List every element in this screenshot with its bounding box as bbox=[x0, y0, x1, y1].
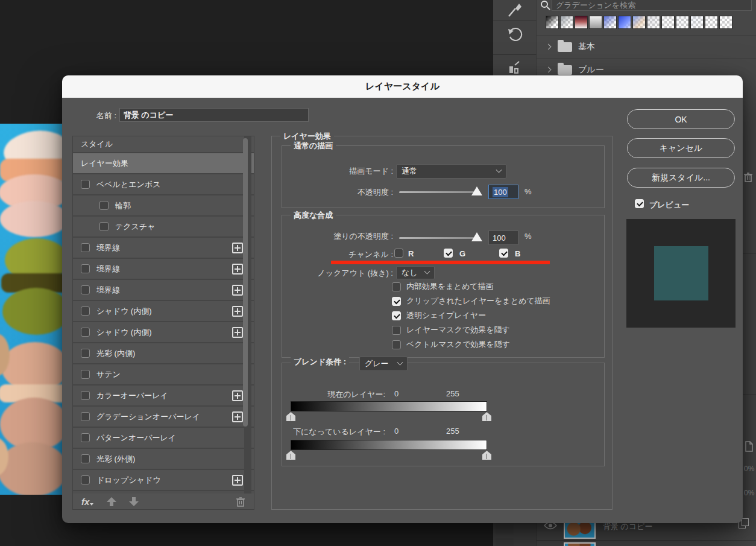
style-checkbox[interactable] bbox=[99, 201, 109, 210]
panel-button[interactable] bbox=[496, 538, 514, 546]
style-row-layer-effects[interactable]: レイヤー効果 bbox=[73, 153, 254, 174]
blend-if-channel-dropdown[interactable]: グレー bbox=[359, 357, 408, 371]
gradient-swatch-faint-4[interactable] bbox=[690, 16, 704, 29]
gradient-swatch-faint-5[interactable] bbox=[705, 16, 718, 29]
style-row-bevel-emboss[interactable]: ベベルとエンボス bbox=[73, 174, 254, 195]
style-row-drop-shadow[interactable]: ドロップシャドウ bbox=[73, 470, 254, 491]
style-checkbox[interactable] bbox=[81, 412, 90, 421]
gradient-swatch-faint-3[interactable] bbox=[676, 16, 689, 29]
style-checkbox[interactable] bbox=[81, 264, 90, 273]
trash-icon[interactable] bbox=[743, 172, 753, 182]
gradient-swatch-deep-blue[interactable] bbox=[618, 16, 631, 29]
option-vector-mask-hides[interactable]: ベクトルマスクで効果を隠す bbox=[392, 339, 510, 350]
gradient-folder-basic[interactable]: 基本 bbox=[537, 36, 756, 58]
styles-scrollbar[interactable] bbox=[244, 136, 251, 494]
delete-effect-button[interactable] bbox=[236, 497, 245, 507]
option-checkbox[interactable] bbox=[392, 340, 401, 349]
gradient-swatch-faint-2[interactable] bbox=[661, 16, 675, 29]
gradient-swatch-black-to-transparent[interactable] bbox=[546, 16, 559, 29]
export-panel-button[interactable] bbox=[493, 60, 537, 75]
opacity-input[interactable]: 100 bbox=[488, 185, 518, 199]
add-instance-button[interactable] bbox=[232, 390, 243, 401]
style-row-inner-shadow[interactable]: シャドウ (内側) bbox=[73, 322, 254, 343]
underlying-layer-highlight-slider[interactable] bbox=[482, 451, 491, 460]
style-row-outer-glow[interactable]: 光彩 (外側) bbox=[73, 449, 254, 470]
add-instance-button[interactable] bbox=[232, 475, 243, 486]
style-row-inner-shadow[interactable]: シャドウ (内側) bbox=[73, 301, 254, 322]
option-blend-clipped[interactable]: クリップされたレイヤーをまとめて描画 bbox=[392, 296, 550, 306]
style-checkbox[interactable] bbox=[81, 243, 90, 252]
style-row-satin[interactable]: サテン bbox=[73, 364, 254, 386]
styles-scrollbar-thumb[interactable] bbox=[243, 138, 248, 427]
style-row-gradient-overlay[interactable]: グラデーションオーバーレイ bbox=[73, 407, 254, 428]
gradient-swatch-gray-to-transparent[interactable] bbox=[560, 16, 573, 29]
knockout-dropdown[interactable]: なし bbox=[396, 266, 435, 279]
move-up-button[interactable] bbox=[107, 497, 116, 506]
style-row-inner-glow[interactable]: 光彩 (内側) bbox=[73, 343, 254, 364]
this-layer-highlight-slider[interactable] bbox=[482, 412, 491, 421]
history-panel-button[interactable] bbox=[493, 27, 537, 43]
add-instance-button[interactable] bbox=[232, 306, 243, 317]
add-instance-button[interactable] bbox=[232, 327, 243, 338]
fill-opacity-input[interactable]: 100 bbox=[488, 230, 518, 245]
gradient-swatch-faint-1[interactable] bbox=[647, 16, 660, 29]
fx-icon[interactable]: fx bbox=[81, 497, 89, 507]
option-checkbox[interactable] bbox=[392, 282, 401, 291]
style-checkbox[interactable] bbox=[81, 180, 90, 189]
style-row-stroke[interactable]: 境界線 bbox=[73, 238, 254, 259]
dialog-titlebar[interactable]: レイヤースタイル bbox=[62, 75, 743, 98]
channel-r-checkbox[interactable] bbox=[394, 249, 403, 258]
blend-mode-dropdown[interactable]: 通常 bbox=[396, 164, 506, 179]
gradient-swatch-white-to-gray[interactable] bbox=[589, 16, 602, 29]
this-layer-shadow-slider[interactable] bbox=[286, 412, 295, 421]
gradient-swatch-blue-to-transparent[interactable] bbox=[603, 16, 617, 29]
preview-area bbox=[626, 219, 736, 328]
cancel-button[interactable]: キャンセル bbox=[627, 138, 735, 158]
add-instance-button[interactable] bbox=[232, 411, 243, 422]
opacity-slider[interactable] bbox=[399, 191, 476, 193]
style-row-contour[interactable]: 輪郭 bbox=[73, 195, 254, 217]
style-checkbox[interactable] bbox=[81, 285, 90, 294]
gradient-search-input[interactable] bbox=[552, 0, 752, 11]
new-layer-icon[interactable] bbox=[743, 441, 754, 452]
style-checkbox[interactable] bbox=[81, 349, 90, 358]
preview-checkbox[interactable] bbox=[635, 199, 644, 208]
style-row-stroke[interactable]: 境界線 bbox=[73, 280, 254, 301]
option-layer-mask-hides[interactable]: レイヤーマスクで効果を隠す bbox=[392, 325, 510, 335]
styles-list-header[interactable]: スタイル bbox=[73, 136, 254, 153]
layer-thumbnail[interactable] bbox=[564, 542, 596, 546]
style-row-pattern-overlay[interactable]: パターンオーバーレイ bbox=[73, 428, 254, 449]
ok-button[interactable]: OK bbox=[627, 109, 735, 129]
add-instance-button[interactable] bbox=[232, 264, 243, 275]
fill-opacity-slider[interactable] bbox=[399, 237, 476, 239]
option-transparency-shapes[interactable]: 透明シェイプレイヤー bbox=[392, 310, 486, 321]
layer-name-input[interactable] bbox=[119, 108, 309, 122]
brushes-panel-button[interactable] bbox=[493, 1, 537, 18]
style-checkbox[interactable] bbox=[81, 391, 90, 400]
style-checkbox[interactable] bbox=[81, 328, 90, 337]
style-checkbox[interactable] bbox=[81, 433, 90, 442]
add-instance-button[interactable] bbox=[232, 243, 243, 253]
option-checkbox[interactable] bbox=[392, 326, 401, 335]
style-row-color-overlay[interactable]: カラーオーバーレイ bbox=[73, 386, 254, 407]
style-row-stroke[interactable]: 境界線 bbox=[73, 259, 254, 280]
style-checkbox[interactable] bbox=[99, 222, 109, 231]
style-checkbox[interactable] bbox=[81, 475, 90, 484]
channel-b-checkbox[interactable] bbox=[499, 249, 508, 258]
option-checkbox[interactable] bbox=[392, 297, 401, 306]
option-checkbox[interactable] bbox=[392, 311, 401, 320]
underlying-layer-shadow-slider[interactable] bbox=[286, 451, 295, 460]
gradient-swatch-faint-6[interactable] bbox=[719, 16, 732, 29]
add-instance-button[interactable] bbox=[232, 285, 243, 296]
style-checkbox[interactable] bbox=[81, 306, 90, 316]
style-checkbox[interactable] bbox=[81, 454, 90, 463]
channel-g-checkbox[interactable] bbox=[444, 249, 453, 258]
option-blend-interior[interactable]: 内部効果をまとめて描画 bbox=[392, 281, 494, 292]
move-down-button[interactable] bbox=[129, 497, 139, 506]
style-row-texture[interactable]: テクスチャ bbox=[73, 217, 254, 238]
new-style-button[interactable]: 新規スタイル... bbox=[627, 168, 735, 188]
gradient-swatch-maroon-to-white[interactable] bbox=[575, 16, 588, 29]
layer-row-partial[interactable] bbox=[537, 542, 756, 546]
gradient-swatch-pastel-blue-tan[interactable] bbox=[632, 16, 646, 29]
style-checkbox[interactable] bbox=[81, 370, 90, 379]
